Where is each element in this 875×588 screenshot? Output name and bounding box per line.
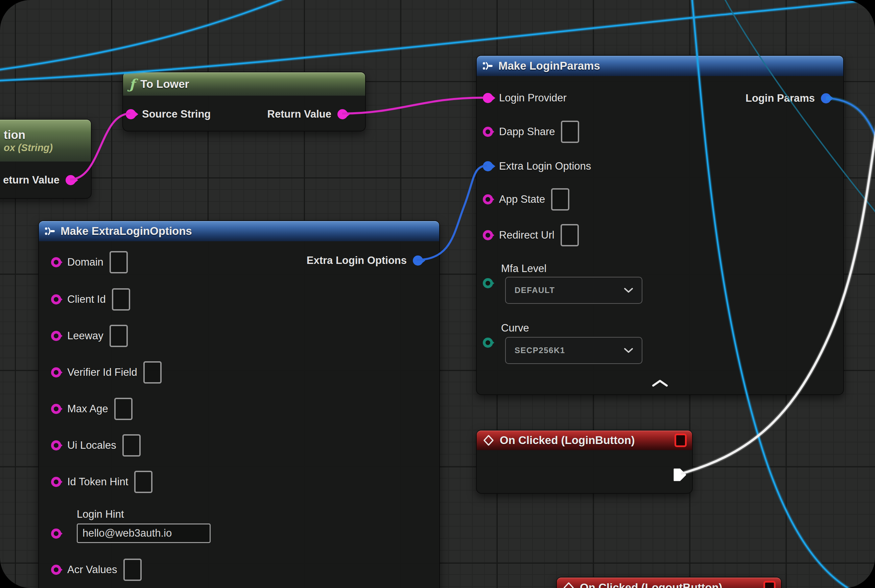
login-hint-label: Login Hint [77,508,124,521]
exec-output-pin[interactable] [672,467,687,482]
curve-value: SECP256K1 [514,346,565,355]
return-value-output-pin[interactable] [66,175,76,185]
source-string-input-pin[interactable] [126,109,136,119]
login-hint-input-pin[interactable] [51,528,61,538]
node-to-lower[interactable]: ƒ To Lower Source String Return Value [122,72,366,132]
domain-checkbox[interactable] [110,251,128,273]
leeway-input-pin[interactable] [51,331,61,341]
node-header[interactable]: tion ox (String) [0,120,91,162]
source-string-label: Source String [142,108,210,120]
verifier-id-field-input-pin[interactable] [51,368,61,378]
node-make-login-params[interactable]: Make LoginParams Login Params Login Prov… [476,55,844,395]
curve-dropdown[interactable]: SECP256K1 [505,337,642,364]
extra-login-options-label: Extra Login Options [499,160,591,172]
app-state-label: App State [499,193,545,206]
ui-locales-checkbox[interactable] [122,434,141,456]
collapse-node-chevron-icon[interactable] [651,380,669,387]
extra-login-options-input-pin[interactable] [483,161,493,171]
event-diamond-icon [483,435,494,446]
node-header[interactable]: On Clicked (LogoutButton) [557,578,781,588]
login-hint-text-input[interactable]: hello@web3auth.io [77,524,210,543]
max-age-checkbox[interactable] [114,398,132,420]
leeway-label: Leeway [67,330,104,342]
redirect-url-checkbox[interactable] [561,224,579,246]
event-diamond-icon [563,582,574,588]
node-title-fragment: tion [4,128,26,142]
ui-locales-input-pin[interactable] [51,440,61,450]
node-title: On Clicked (LoginButton) [500,434,635,447]
node-header[interactable]: Make LoginParams [477,56,843,76]
client-id-input-pin[interactable] [51,294,61,304]
login-provider-label: Login Provider [499,92,567,104]
node-subtitle-fragment: ox (String) [4,142,53,153]
node-make-extra-login-options[interactable]: Make ExtraLoginOptions Extra Login Optio… [38,220,440,588]
verifier-id-field-label: Verifier Id Field [67,366,137,378]
node-on-clicked-logout-button[interactable]: On Clicked (LogoutButton) [556,577,782,588]
node-on-clicked-login-button[interactable]: On Clicked (LoginButton) [476,430,693,494]
domain-label: Domain [67,256,104,268]
blueprint-graph-canvas[interactable]: tion ox (String) eturn Value ƒ To Lower … [0,0,875,588]
app-state-input-pin[interactable] [483,194,493,204]
dapp-share-label: Dapp Share [499,126,555,138]
id-token-hint-label: Id Token Hint [67,476,128,488]
max-age-input-pin[interactable] [51,404,61,414]
client-id-label: Client Id [67,293,106,306]
acr-values-input-pin[interactable] [51,565,61,575]
curve-input-pin[interactable] [483,338,493,348]
curve-label: Curve [501,321,529,335]
id-token-hint-input-pin[interactable] [51,477,61,487]
node-title: To Lower [140,78,189,91]
max-age-label: Max Age [67,403,108,415]
domain-input-pin[interactable] [51,257,61,267]
event-binding-box-icon[interactable] [675,434,687,447]
leeway-checkbox[interactable] [110,325,128,347]
node-title: Make LoginParams [498,60,600,72]
dapp-share-input-pin[interactable] [483,127,493,137]
acr-values-label: Acr Values [67,564,117,576]
return-value-output-pin[interactable] [337,109,347,119]
login-provider-input-pin[interactable] [483,93,493,103]
return-value-label: Return Value [268,108,332,120]
chevron-down-icon [624,288,633,292]
make-struct-icon [483,62,493,70]
chevron-down-icon [624,348,633,353]
acr-values-checkbox[interactable] [123,559,142,581]
verifier-id-field-checkbox[interactable] [143,361,162,384]
ui-locales-label: Ui Locales [67,439,116,452]
redirect-url-input-pin[interactable] [483,230,493,240]
node-title: On Clicked (LogoutButton) [580,581,723,588]
app-state-checkbox[interactable] [551,188,569,210]
client-id-checkbox[interactable] [112,288,130,310]
node-header[interactable]: On Clicked (LoginButton) [477,430,692,450]
mfa-level-value: DEFAULT [514,285,555,295]
return-value-label: eturn Value [3,174,60,186]
node-clipped-green-function[interactable]: tion ox (String) eturn Value [0,119,92,199]
node-title: Make ExtraLoginOptions [60,225,192,238]
function-icon: ƒ [129,77,135,91]
node-header[interactable]: ƒ To Lower [123,72,365,96]
mfa-level-input-pin[interactable] [483,278,493,288]
redirect-url-label: Redirect Url [499,229,555,241]
make-struct-icon [45,227,55,235]
id-token-hint-checkbox[interactable] [134,471,152,493]
dapp-share-checkbox[interactable] [561,121,579,143]
node-header[interactable]: Make ExtraLoginOptions [39,221,439,241]
mfa-level-label: Mfa Level [501,262,546,275]
event-binding-box-icon[interactable] [764,581,776,588]
mfa-level-dropdown[interactable]: DEFAULT [505,277,642,304]
